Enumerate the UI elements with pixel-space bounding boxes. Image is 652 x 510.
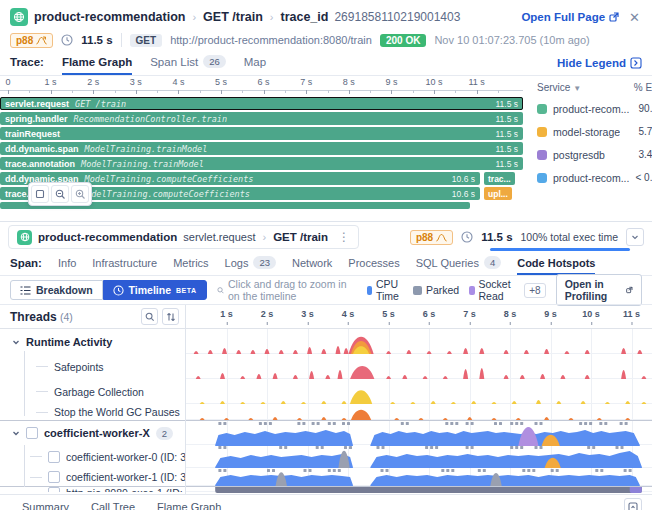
- tab-map[interactable]: Map: [244, 56, 266, 75]
- thread-checkbox[interactable]: [48, 451, 60, 463]
- tab-info[interactable]: Info: [58, 257, 76, 275]
- request-summary: p88 11.5 s GET http://product-recommenda…: [10, 30, 642, 50]
- thread-checkbox[interactable]: [48, 471, 60, 483]
- tab-call-tree[interactable]: Call Tree: [91, 501, 135, 510]
- breakdown-button[interactable]: Breakdown: [10, 280, 103, 300]
- list-icon: [20, 286, 31, 295]
- legend-row[interactable]: postgresdb 3.45%: [537, 143, 652, 166]
- latency-percentile-badge[interactable]: p88: [410, 230, 453, 245]
- thread-row-stw-gc-pauses[interactable]: Stop the World GC Pauses: [0, 404, 185, 420]
- span-detail-tabs: Span: Info Infrastructure Metrics Logs23…: [0, 252, 652, 276]
- chevron-down-icon[interactable]: [12, 338, 20, 346]
- close-icon[interactable]: ✕: [627, 10, 642, 25]
- tab-logs[interactable]: Logs23: [225, 256, 276, 275]
- chart-garbage-collection[interactable]: [186, 379, 652, 404]
- flame-span-dd-dynamic-span[interactable]: dd.dynamic.spanModelTraining.trainModel1…: [0, 142, 523, 155]
- chart-worker-0[interactable]: [186, 445, 652, 468]
- open-in-profiling-button[interactable]: Open in Profiling: [556, 274, 642, 306]
- legend-row[interactable]: product-recom... < 0.1%: [537, 166, 652, 189]
- flame-graph-canvas[interactable]: 01 s2 s3 s4 s5 s6 s7 s8 s9 s10 s11 s ser…: [0, 76, 527, 221]
- tab-code-hotspots[interactable]: Code Hotspots: [517, 257, 595, 275]
- trace-id-value: 2691858110219001403: [334, 10, 460, 24]
- more-options-icon[interactable]: ⋮: [334, 230, 350, 244]
- tab-flame-graph-bottom[interactable]: Flame Graph: [157, 501, 221, 510]
- chart-runtime-activity[interactable]: [186, 329, 652, 354]
- selected-span-pill[interactable]: product-recommendation servlet.request ›…: [8, 225, 359, 249]
- hotspots-timeline: 1 s2 s3 s4 s5 s6 s7 s8 s9 s10 s11 s: [186, 305, 652, 494]
- thread-row-safepoints[interactable]: Safepoints: [0, 354, 185, 379]
- more-legend-badge[interactable]: +8: [524, 283, 545, 298]
- trace-duration: 11.5 s: [81, 34, 112, 46]
- threads-timeline-section: Threads (4) Runtime Activity Safepoints …: [0, 304, 652, 494]
- chevron-right-icon: ›: [261, 231, 267, 243]
- hotspots-toolbar: Breakdown Timeline BETA Click and drag t…: [0, 276, 652, 304]
- chevron-down-icon[interactable]: [12, 429, 20, 437]
- reset-zoom-button[interactable]: [31, 185, 49, 203]
- threads-panel: Threads (4) Runtime Activity Safepoints …: [0, 305, 186, 494]
- zoom-out-button[interactable]: [51, 185, 69, 203]
- legend-row[interactable]: product-recom... 90.8%: [537, 97, 652, 120]
- tab-flame-graph[interactable]: Flame Graph: [62, 56, 132, 75]
- sql-count-badge: 4: [484, 256, 501, 269]
- chart-http-exec[interactable]: [186, 486, 652, 492]
- timeline-button[interactable]: Timeline BETA: [103, 280, 207, 300]
- legend-col-exec-time[interactable]: % Exec Time ▼: [634, 82, 652, 93]
- collapse-panel-icon: [630, 57, 642, 69]
- clock-icon: [461, 231, 473, 243]
- zoom-in-button[interactable]: [71, 185, 89, 203]
- threads-title: Threads (4): [10, 310, 73, 324]
- span-operation: servlet.request: [183, 231, 255, 243]
- thread-row-http-exec[interactable]: http-nio-8080-exec-1 (ID: 31): [0, 486, 185, 492]
- tab-summary[interactable]: Summary: [22, 501, 69, 510]
- chart-worker-1[interactable]: [186, 468, 652, 486]
- breadcrumb-endpoint[interactable]: GET /train: [203, 10, 263, 24]
- service-color-swatch: [537, 127, 547, 137]
- open-full-page-link[interactable]: Open Full Page: [521, 11, 619, 23]
- tab-processes[interactable]: Processes: [348, 257, 399, 275]
- exec-time-progress-bar: [490, 248, 630, 251]
- legend-row[interactable]: model-storage 5.74%: [537, 120, 652, 143]
- tab-metrics[interactable]: Metrics: [173, 257, 208, 275]
- hotspots-chart-rows: [186, 329, 652, 492]
- worker-count-badge: 2: [156, 427, 173, 440]
- flame-span-chip-trace[interactable]: trac...: [484, 172, 515, 185]
- legend-col-service[interactable]: Service ▼: [537, 82, 581, 93]
- latency-percentile-badge[interactable]: p88: [10, 33, 53, 48]
- breadcrumb-service[interactable]: product-recommendation: [34, 10, 185, 24]
- chart-safepoints[interactable]: [186, 354, 652, 379]
- trace-view-tabs: Trace: Flame Graph Span List26 Map Hide …: [0, 50, 652, 76]
- flame-span-servlet-request[interactable]: servlet.requestGET /train11.5 s: [0, 97, 523, 110]
- thread-group-checkbox[interactable]: [26, 427, 38, 439]
- thread-group-coefficient-worker[interactable]: coefficient-worker-X 2: [0, 420, 185, 445]
- threads-search-button[interactable]: [141, 308, 158, 325]
- flame-span-trainrequest[interactable]: trainRequest11.5 s: [0, 127, 523, 140]
- collapse-section-icon[interactable]: [626, 228, 644, 246]
- socket-read-swatch: [469, 286, 474, 295]
- flame-span-spring-handler[interactable]: spring.handlerRecommendationController.t…: [0, 112, 523, 125]
- tab-network[interactable]: Network: [292, 257, 332, 275]
- thread-row-worker-1[interactable]: coefficient-worker-1 (ID: 30448): [0, 468, 185, 486]
- flame-span-trace-annotation[interactable]: trace.annotationModelTraining.trainModel…: [0, 157, 523, 170]
- threads-sort-button[interactable]: [162, 308, 179, 325]
- thread-group-runtime-activity[interactable]: Runtime Activity: [0, 329, 185, 354]
- tab-span-list[interactable]: Span List26: [150, 55, 226, 75]
- chart-stw-gc-pauses[interactable]: [186, 404, 652, 420]
- exec-time-note: 100% total exec time: [521, 231, 618, 243]
- thread-row-garbage-collection[interactable]: Garbage Collection: [0, 379, 185, 404]
- flame-span-chip-upload[interactable]: upl...: [484, 187, 512, 200]
- chevron-right-icon: ›: [191, 11, 197, 23]
- thread-checkbox[interactable]: [48, 487, 60, 492]
- span-label: Span:: [10, 257, 42, 275]
- chart-worker-x[interactable]: [186, 420, 652, 445]
- clock-icon: [113, 285, 124, 296]
- parked-swatch: [413, 286, 422, 295]
- request-url: http://product-recommendation:8080/train: [170, 34, 372, 46]
- hide-legend-link[interactable]: Hide Legend: [557, 57, 642, 75]
- thread-row-worker-0[interactable]: coefficient-worker-0 (ID: 30447): [0, 445, 185, 468]
- tab-infrastructure[interactable]: Infrastructure: [92, 257, 157, 275]
- span-endpoint: GET /train: [273, 231, 328, 243]
- expand-panel-icon[interactable]: [624, 498, 642, 510]
- legend-parked: Parked: [413, 284, 459, 296]
- tab-sql-queries[interactable]: SQL Queries4: [416, 256, 501, 275]
- external-link-icon: [609, 12, 619, 22]
